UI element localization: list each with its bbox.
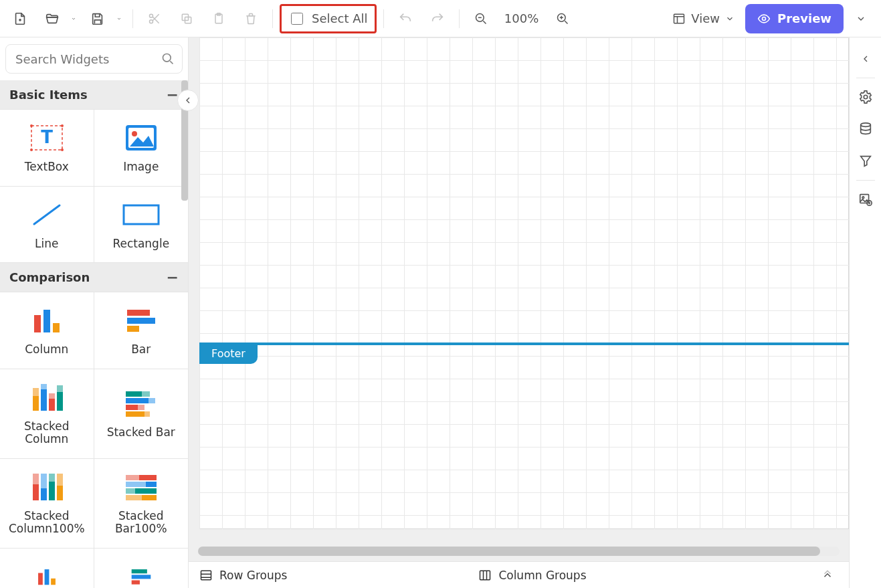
svg-rect-47 (41, 474, 47, 488)
footer-section-tab[interactable]: Footer (199, 342, 258, 364)
stacked-bar-100-icon (121, 471, 161, 503)
scrollbar-thumb[interactable] (198, 547, 820, 556)
svg-rect-55 (126, 482, 146, 487)
svg-rect-43 (144, 411, 150, 417)
footer-tab-label: Footer (211, 347, 246, 360)
cut-button[interactable] (140, 4, 169, 33)
row-groups-button[interactable]: Row Groups (199, 569, 287, 582)
columns-icon (478, 569, 492, 582)
svg-rect-38 (126, 398, 149, 403)
preview-label: Preview (777, 11, 831, 25)
select-all-checkbox[interactable] (291, 13, 303, 25)
section-title: Basic Items (9, 88, 88, 102)
svg-rect-3 (182, 14, 188, 20)
save-dropdown-button[interactable] (112, 4, 126, 33)
widget-textbox[interactable]: T TextBox (0, 110, 94, 187)
svg-rect-30 (41, 389, 47, 411)
more-button[interactable] (846, 4, 876, 33)
copy-icon (180, 12, 193, 25)
save-split[interactable] (83, 4, 126, 33)
select-all-control[interactable]: Select All (280, 4, 377, 33)
zoom-in-icon (556, 12, 569, 25)
settings-button[interactable] (852, 82, 879, 112)
footer-divider[interactable] (199, 342, 849, 345)
properties-rail (849, 37, 881, 588)
zoom-in-button[interactable] (548, 4, 577, 33)
layout-icon (672, 12, 686, 25)
zoom-out-button[interactable] (466, 4, 496, 33)
search-widgets[interactable] (5, 44, 183, 74)
toolbar-separator (383, 9, 384, 28)
widget-more-column[interactable] (0, 549, 94, 588)
chevrons-up-icon (821, 569, 834, 581)
row-groups-label: Row Groups (219, 569, 287, 582)
svg-rect-21 (124, 205, 159, 224)
svg-rect-2 (185, 17, 191, 23)
widget-bar-chart[interactable]: Bar (94, 292, 189, 369)
expand-rail-button[interactable] (852, 44, 879, 74)
widget-stacked-bar-100[interactable]: Stacked Bar100% (94, 459, 189, 549)
svg-point-13 (61, 124, 64, 127)
widget-label: Image (123, 161, 159, 174)
widget-image[interactable]: Image (94, 110, 189, 187)
open-file-button[interactable] (37, 4, 67, 33)
file-plus-icon (13, 11, 27, 26)
eye-icon (757, 12, 771, 25)
search-input[interactable] (5, 44, 183, 74)
expand-groups-button[interactable] (817, 565, 838, 586)
bar-chart-icon (121, 561, 161, 588)
copy-button[interactable] (172, 4, 201, 33)
widget-line[interactable]: Line (0, 187, 94, 264)
section-title: Comparison (9, 270, 90, 284)
new-file-button[interactable] (5, 4, 35, 33)
svg-rect-5 (217, 13, 221, 15)
horizontal-scrollbar[interactable] (198, 547, 840, 556)
view-mode-button[interactable]: View (664, 4, 743, 33)
redo-button[interactable] (423, 4, 452, 33)
delete-button[interactable] (236, 4, 266, 33)
widget-column-chart[interactable]: Column (0, 292, 94, 369)
widget-more-bar[interactable] (94, 549, 189, 588)
collapse-sidebar-button[interactable] (177, 90, 199, 111)
gear-icon (858, 90, 873, 104)
section-header-basic[interactable]: Basic Items − (0, 80, 188, 110)
widget-label: Stacked Column (4, 420, 90, 446)
stacked-column-icon (27, 381, 67, 413)
paste-button[interactable] (204, 4, 233, 33)
svg-rect-34 (57, 392, 63, 411)
widget-stacked-bar[interactable]: Stacked Bar (94, 369, 189, 459)
svg-point-68 (864, 95, 868, 99)
report-canvas[interactable]: Footer (199, 37, 849, 529)
svg-rect-49 (49, 474, 55, 482)
stacked-bar-icon (121, 387, 161, 419)
svg-point-1 (150, 19, 153, 23)
svg-rect-67 (480, 571, 490, 579)
image-settings-button[interactable] (852, 185, 879, 214)
svg-rect-22 (34, 315, 41, 332)
toolbar: Select All 100% View Preview (0, 0, 881, 37)
save-button[interactable] (83, 4, 112, 33)
image-settings-icon (858, 192, 873, 207)
undo-button[interactable] (391, 4, 420, 33)
section-header-comparison[interactable]: Comparison − (0, 263, 188, 292)
svg-rect-60 (38, 573, 43, 585)
widget-stacked-column-100[interactable]: Stacked Column100% (0, 459, 94, 549)
widget-rectangle[interactable]: Rectangle (94, 187, 189, 264)
zoom-out-icon (474, 12, 488, 25)
column-groups-button[interactable]: Column Groups (478, 569, 586, 582)
open-dropdown-button[interactable] (67, 4, 80, 33)
svg-point-14 (30, 149, 33, 151)
widget-label: TextBox (25, 161, 69, 174)
view-label: View (691, 11, 720, 25)
canvas-grid (199, 37, 849, 529)
undo-icon (398, 11, 413, 26)
preview-button[interactable]: Preview (745, 4, 844, 33)
data-button[interactable] (852, 114, 879, 144)
widget-stacked-column[interactable]: Stacked Column (0, 369, 94, 459)
svg-point-12 (30, 124, 33, 127)
filter-button[interactable] (852, 146, 879, 176)
cut-icon (148, 12, 161, 25)
svg-rect-41 (138, 405, 144, 410)
bar-chart-icon (121, 304, 161, 336)
open-file-split[interactable] (37, 4, 80, 33)
